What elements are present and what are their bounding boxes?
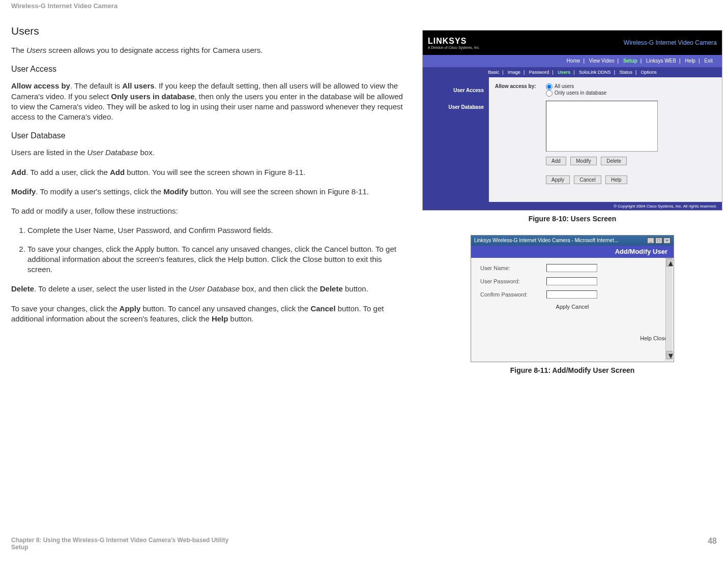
user-access-paragraph: Allow access by. The default is All user… [11,81,407,122]
scroll-down-icon[interactable]: ▼ [666,351,673,359]
steps-list: Complete the User Name, User Password, a… [11,225,407,275]
t: , [113,226,118,234]
t: The [11,46,26,54]
t-bold: Allow access by [11,81,70,90]
user-database-paragraph: Users are listed in the User Database bo… [11,147,407,158]
modify-paragraph: Modify. To modify a user's settings, cli… [11,187,407,197]
steps-intro: To add or modify a user, follow these in… [11,206,407,216]
figure-8-11: Linksys Wireless-G Internet Video Camera… [471,235,674,362]
user-database-heading: User Database [11,131,407,140]
t-italic: User Database [87,148,138,157]
nav-setup[interactable]: Setup [623,58,637,64]
t-bold: Help [212,314,228,323]
vertical-scrollbar[interactable]: ▲ ▼ [665,258,673,361]
figure-8-10-caption: Figure 8-10: Users Screen [422,215,722,223]
t-bold: Add [110,168,125,176]
t-italic: Confirm Password [189,226,251,234]
product-name: Wireless-G Internet Video Camera [624,39,717,46]
label-user-password: User Password: [480,278,546,284]
scroll-up-icon[interactable]: ▲ [666,258,673,267]
users-intro: The Users screen allows you to designate… [11,45,407,55]
t: , and [169,226,189,234]
input-confirm-password[interactable] [546,290,597,299]
subnav-options[interactable]: Options [641,70,657,75]
user-access-heading: User Access [11,65,407,74]
copyright-bar: © Copyright 2004 Cisco Systems, Inc. All… [423,202,722,211]
footer-chapter: Chapter 8: Using the Wireless-G Internet… [11,537,228,544]
left-sidebar: User Access User Database [423,77,489,202]
footer-section: Setup [11,544,228,551]
radio-all-users-input[interactable] [546,83,552,90]
subnav-password[interactable]: Password [529,70,549,75]
radio-only-users[interactable]: Only users in database [546,90,606,97]
dialog-apply-button[interactable]: Apply [556,304,570,310]
step-2: To save your changes, click the Apply bu… [27,244,407,275]
nav-view-video[interactable]: View Video [589,58,615,64]
row-user-name: User Name: [480,264,664,272]
page-header: Wireless-G Internet Video Camera [0,0,728,15]
allow-access-label: Allow access by: [495,83,546,97]
user-list-box[interactable] [546,101,658,152]
input-user-name[interactable] [546,264,597,272]
t-italic: User Name [75,226,113,234]
subnav-basic[interactable]: Basic [488,70,499,75]
radio-only-users-input[interactable] [546,90,552,97]
t: button. You will see the screen shown in… [188,187,369,196]
t: box. [138,148,155,157]
t: Users are listed in the [11,148,87,157]
delete-paragraph: Delete. To delete a user, select the use… [11,284,407,294]
action-button-row: Apply Cancel Help [546,174,716,184]
nav-exit[interactable]: Exit [704,58,713,64]
dialog-cancel-button[interactable]: Cancel [571,304,589,310]
t-italic: Users [26,46,46,54]
db-button-row: Add Modify Delete [546,156,716,165]
t-bold: Close [303,255,322,263]
t-italic: User Password [118,226,170,234]
logo-text: LINKSYS [428,37,467,45]
t: button. Click the [244,255,303,263]
t: Complete the [27,226,75,234]
page-footer: Chapter 8: Using the Wireless-G Internet… [11,537,717,551]
window-title-bar: Linksys Wireless-G Internet Video Camera… [471,235,674,246]
t: . To modify a user's settings, click the [36,187,163,196]
close-icon[interactable]: × [663,238,671,244]
window-title-text: Linksys Wireless-G Internet Video Camera… [474,235,618,246]
label-confirm-password: Confirm Password: [480,291,546,298]
sidebar-user-access[interactable]: User Access [423,85,489,95]
radio-all-users[interactable]: All users [546,83,606,90]
input-user-password[interactable] [546,277,597,285]
dialog-help-button[interactable]: Help [640,335,652,341]
subnav-ddns[interactable]: SoloLink DDNS [579,70,611,75]
sidebar-user-database[interactable]: User Database [423,102,489,112]
add-button[interactable]: Add [546,157,566,165]
logo-subtext: A Division of Cisco Systems, Inc. [428,46,480,49]
t: . The default is [70,81,122,90]
label-user-name: User Name: [480,265,546,271]
footer-left: Chapter 8: Using the Wireless-G Internet… [11,537,228,551]
t-bold: Apply [135,245,155,253]
nav-home[interactable]: Home [567,58,580,64]
cancel-button[interactable]: Cancel [574,175,601,184]
top-nav: Home| View Video| Setup| Linksys WEB| He… [423,55,722,67]
nav-linksys-web[interactable]: Linksys WEB [646,58,676,64]
subnav-status[interactable]: Status [619,70,632,75]
sub-nav: Basic| Image| Password| Users| SoloLink … [423,67,722,77]
t-bold: All users [122,81,154,90]
logo-block: LINKSYS A Division of Cisco Systems, Inc… [428,37,480,49]
modify-button[interactable]: Modify [570,157,596,165]
t-italic: User Database [189,284,240,293]
figure-8-10: LINKSYS A Division of Cisco Systems, Inc… [422,30,722,211]
step-1: Complete the User Name, User Password, a… [27,225,407,235]
help-button[interactable]: Help [605,175,627,184]
t-bold: Modify [11,187,36,196]
subnav-image[interactable]: Image [508,70,520,75]
figure-8-11-caption: Figure 8-11: Add/Modify User Screen [422,366,722,374]
subnav-users[interactable]: Users [558,70,570,75]
minimize-icon[interactable]: _ [647,238,654,244]
t-bold: Apply [120,304,141,313]
t: To save your changes, click the [11,304,120,313]
delete-button[interactable]: Delete [601,157,627,165]
apply-button[interactable]: Apply [546,175,570,184]
nav-help[interactable]: Help [685,58,695,64]
maximize-icon[interactable]: □ [655,238,662,244]
